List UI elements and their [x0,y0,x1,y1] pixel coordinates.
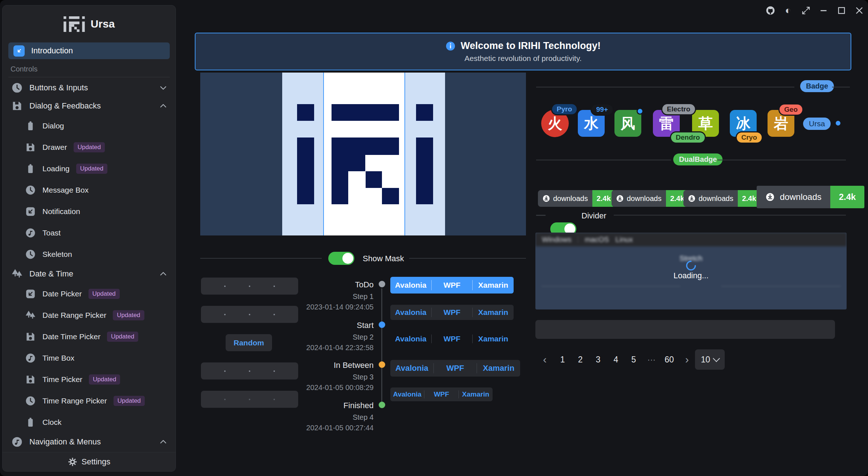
trees-icon [25,310,36,321]
element-tile-cryo: 冰 Cryo [730,110,757,137]
wpf-button[interactable]: WPF [424,387,458,401]
theme-toggle-icon[interactable]: ◐ [783,5,793,16]
xamarin-button[interactable]: Xamarin [473,277,514,294]
maximize-button[interactable] [836,5,847,16]
cryo-badge: Cryo [737,132,762,143]
sidebar-item-date-picker[interactable]: Date Picker Updated [3,283,176,304]
sidebar-item-message-box[interactable]: Message Box [3,179,176,201]
tab-linux[interactable]: Linux [616,235,639,244]
sidebar-item-loading[interactable]: Loading Updated [3,158,176,179]
sidebar-item-introduction[interactable]: Introduction [8,42,170,59]
ellipsis-pages[interactable]: ··· [644,355,659,365]
sidebar-item-drawer[interactable]: Drawer Updated [3,136,176,158]
avalonia-button[interactable]: Avalonia [390,277,431,294]
note-icon [25,353,36,364]
page-button[interactable]: 2 [573,355,588,365]
show-mask-toggle[interactable] [328,252,354,265]
sidebar-item-date-time[interactable]: Date & Time [3,265,176,283]
xamarin-button[interactable]: Xamarin [473,305,514,320]
show-mask-label: Show Mask [363,254,404,263]
sidebar-item-time-picker[interactable]: Time Picker Updated [3,369,176,390]
sidebar-item-dialog-feedbacks[interactable]: Dialog & Feedbacks [3,97,176,115]
step-name: Start [261,321,374,330]
badge-divider-label: Badge [800,80,834,92]
updated-badge: Updated [114,396,145,406]
clock-icon [25,249,36,260]
step-time: 2023-01-14 09:24:05 [232,303,374,311]
page-button[interactable]: 1 [555,355,570,365]
step-name: ToDo [261,280,374,290]
empty-input-box[interactable] [535,320,835,339]
avalonia-button[interactable]: Avalonia [390,332,431,346]
save-icon [25,374,36,385]
page-button[interactable]: 3 [591,355,605,365]
chevron-up-icon [159,270,168,278]
element-tile-hydro: 水 99+ [578,110,605,137]
page-button[interactable]: 5 [626,355,641,365]
divider-line [717,160,846,160]
sidebar-item-dialog[interactable]: Dialog [3,115,176,136]
sidebar-item-time-range-picker[interactable]: Time Range Picker Updated [3,390,176,411]
logo-mask-panel [200,73,526,235]
wpf-button[interactable]: WPF [432,305,473,320]
tab-macos[interactable]: macOS [578,235,616,244]
divider-line [536,160,671,160]
xamarin-button[interactable]: Xamarin [477,360,520,377]
downloads-badge-large: downloads 2.4k [757,186,864,208]
app-window: ◐ Ursa Introduction Controls Buttons & I… [0,0,868,476]
downloads-badge: downloads 2.4k [683,190,761,207]
step-label: Step 4 [261,413,374,422]
minimize-button[interactable] [819,5,829,16]
step-dot [379,402,385,408]
github-icon[interactable] [765,5,776,16]
avalonia-button[interactable]: Avalonia [390,387,424,401]
divider-line [536,215,546,216]
prev-page-button[interactable]: ‹ [538,353,552,366]
page-size-select[interactable]: 10 [695,349,725,370]
count-badge: 99+ [592,104,613,115]
divider-line [409,258,526,259]
sidebar-item-skeleton[interactable]: Skeleton [3,243,176,265]
loading-spinner-icon [686,260,696,271]
welcome-banner: Welcome to IRIHI Technology! Aesthetic r… [195,33,851,70]
sidebar-section-controls: Controls [11,65,168,73]
wpf-button[interactable]: WPF [434,360,477,377]
page-button[interactable]: 60 [662,355,676,365]
page-button[interactable]: 4 [609,355,623,365]
sidebar-item-notification[interactable]: Notification [3,201,176,222]
save-icon [25,331,36,342]
avalonia-button[interactable]: Avalonia [390,360,433,377]
blurred-divider [541,286,680,287]
sidebar-item-navigation-menus[interactable]: Navigation & Menus [3,433,176,451]
step-label: Step 2 [261,333,374,341]
next-page-button[interactable]: › [680,353,694,366]
wpf-button[interactable]: WPF [432,277,473,294]
sidebar-item-toast[interactable]: Toast [3,222,176,243]
sidebar-item-clock[interactable]: Clock [3,411,176,433]
xamarin-button[interactable]: Xamarin [459,387,493,401]
geo-badge: Geo [779,104,802,115]
electro-badge: Electro [662,104,695,114]
ursa-logo-icon [63,16,85,32]
tab-windows[interactable]: Windows [535,235,578,244]
loading-text: Loading... [535,271,847,280]
wpf-button[interactable]: WPF [432,332,473,346]
arrow-icon [25,288,36,299]
close-button[interactable] [854,5,864,16]
sidebar-item-buttons-inputs[interactable]: Buttons & Inputs [3,79,176,97]
settings-button[interactable]: Settings [3,452,176,471]
sidebar-item-date-range-picker[interactable]: Date Range Picker Updated [3,304,176,326]
download-icon [542,194,550,202]
chevron-down-icon [713,355,720,362]
avalonia-button[interactable]: Avalonia [390,305,431,320]
gear-icon [68,457,77,467]
timeline-line [381,288,382,405]
sidebar-item-date-time-picker[interactable]: Date Time Picker Updated [3,326,176,347]
note-icon [11,436,23,448]
updated-badge: Updated [76,164,107,174]
element-tile-dendro: 草 Dendro [692,110,719,137]
sidebar-item-time-box[interactable]: Time Box [3,347,176,369]
xamarin-button[interactable]: Xamarin [473,332,514,346]
expand-icon[interactable] [801,5,811,16]
step-name: Finished [261,401,374,410]
